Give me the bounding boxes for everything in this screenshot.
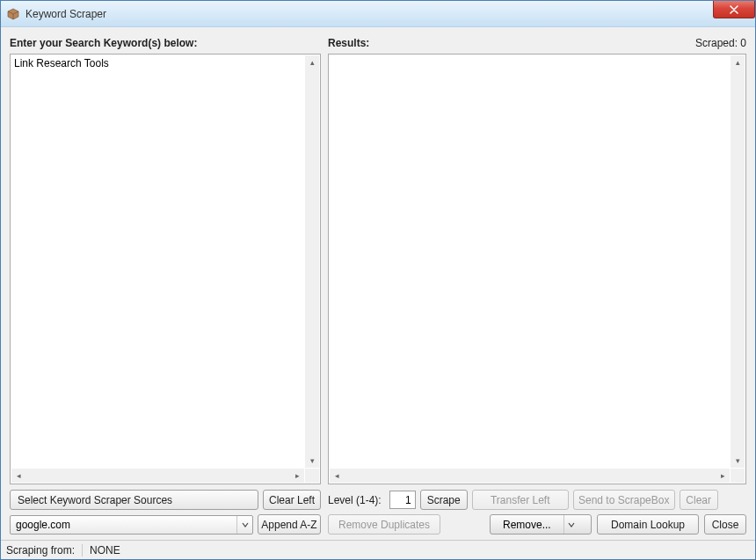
- left-row2: google.com Append A-Z: [10, 514, 321, 535]
- left-row1: Select Keyword Scraper Sources Clear Lef…: [10, 490, 321, 510]
- scroll-up-icon[interactable]: ▴: [305, 55, 319, 69]
- scraped-count: Scraped: 0: [695, 37, 746, 49]
- status-label: Scraping from:: [6, 544, 75, 556]
- scroll-track[interactable]: [344, 469, 716, 483]
- status-value: NONE: [90, 544, 120, 556]
- close-window-button[interactable]: [713, 1, 755, 18]
- keywords-scroll-vertical[interactable]: ▴ ▾: [305, 55, 319, 468]
- source-combo[interactable]: google.com: [10, 515, 253, 535]
- window-frame: Keyword Scraper Enter your Search Keywor…: [0, 0, 756, 560]
- left-label-row: Enter your Search Keyword(s) below:: [10, 36, 321, 50]
- scroll-right-icon[interactable]: ▸: [716, 469, 730, 483]
- close-button[interactable]: Close: [704, 514, 746, 535]
- window-title: Keyword Scraper: [25, 8, 106, 20]
- status-separator: [82, 544, 83, 556]
- send-to-scrapebox-button[interactable]: Send to ScrapeBox: [573, 490, 675, 510]
- scroll-down-icon[interactable]: ▾: [731, 454, 745, 468]
- results-label: Results:: [328, 37, 369, 49]
- domain-lookup-button[interactable]: Domain Lookup: [597, 514, 699, 535]
- right-row2: Remove Duplicates Remove... Domain Looku…: [328, 514, 746, 535]
- content-area: Enter your Search Keyword(s) below: ▴ ▾ …: [1, 27, 755, 540]
- scroll-corner: [305, 469, 319, 483]
- level-label: Level (1-4):: [328, 494, 385, 506]
- statusbar: Scraping from: NONE: [1, 540, 755, 559]
- app-icon: [6, 7, 20, 21]
- append-az-button[interactable]: Append A-Z: [258, 514, 321, 535]
- clear-results-button[interactable]: Clear: [680, 490, 718, 510]
- columns: Enter your Search Keyword(s) below: ▴ ▾ …: [10, 36, 746, 540]
- results-textarea[interactable]: [329, 55, 745, 484]
- clear-left-button[interactable]: Clear Left: [263, 490, 321, 510]
- keywords-textarea[interactable]: [11, 55, 320, 484]
- titlebar[interactable]: Keyword Scraper: [1, 1, 755, 27]
- source-combo-value: google.com: [16, 519, 236, 531]
- scrape-button[interactable]: Scrape: [420, 490, 468, 510]
- scroll-left-icon[interactable]: ◂: [330, 469, 344, 483]
- scroll-corner: [731, 469, 745, 483]
- scroll-right-icon[interactable]: ▸: [290, 469, 304, 483]
- remove-dropdown[interactable]: Remove...: [490, 514, 592, 535]
- scroll-track[interactable]: [305, 69, 319, 454]
- scroll-track[interactable]: [731, 69, 745, 454]
- remove-dropdown-label: Remove...: [491, 519, 563, 531]
- chevron-down-icon: [236, 516, 252, 534]
- right-panel: Results: Scraped: 0 ▴ ▾ ◂ ▸: [328, 36, 746, 540]
- results-textbox-wrap: ▴ ▾ ◂ ▸: [328, 54, 746, 484]
- scroll-track[interactable]: [25, 469, 290, 483]
- transfer-left-button[interactable]: Transfer Left: [472, 490, 569, 510]
- right-label-row: Results: Scraped: 0: [328, 36, 746, 50]
- remove-duplicates-button[interactable]: Remove Duplicates: [328, 514, 440, 535]
- level-input[interactable]: [389, 491, 416, 509]
- right-row1: Level (1-4): Scrape Transfer Left Send t…: [328, 490, 746, 510]
- results-scroll-vertical[interactable]: ▴ ▾: [731, 55, 745, 468]
- keywords-textbox-wrap: ▴ ▾ ◂ ▸: [10, 54, 321, 484]
- close-icon: [730, 5, 738, 14]
- scroll-down-icon[interactable]: ▾: [305, 454, 319, 468]
- select-sources-button[interactable]: Select Keyword Scraper Sources: [10, 490, 258, 510]
- left-panel: Enter your Search Keyword(s) below: ▴ ▾ …: [10, 36, 321, 540]
- chevron-down-icon: [563, 515, 579, 534]
- scroll-up-icon[interactable]: ▴: [731, 55, 745, 69]
- scroll-left-icon[interactable]: ◂: [11, 469, 25, 483]
- keywords-scroll-horizontal[interactable]: ◂ ▸: [11, 469, 304, 483]
- results-scroll-horizontal[interactable]: ◂ ▸: [330, 469, 730, 483]
- keywords-label: Enter your Search Keyword(s) below:: [10, 37, 197, 49]
